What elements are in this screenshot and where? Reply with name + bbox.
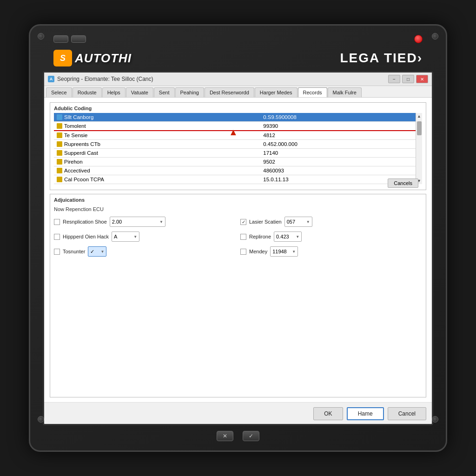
table-row[interactable]: Accectived 4860093 [54, 166, 416, 175]
row-name: Tomolent [64, 123, 86, 129]
row-name: Sllt Canborg [64, 114, 93, 120]
row-name: Te Sensie [64, 132, 88, 138]
row-value: 9502 [260, 158, 416, 166]
tab-malk-fulre[interactable]: Malk Fulre [328, 87, 362, 97]
red-indicator [414, 35, 423, 43]
checkbox-replirone[interactable] [240, 234, 246, 240]
row-icon-yellow [57, 177, 62, 182]
minimize-button[interactable]: − [388, 75, 400, 83]
device-frame: S AUTOTHI LEGA TIED› A Seopring - Eloman… [29, 24, 447, 452]
chevron-down-icon: ▼ [292, 250, 296, 254]
screw-tl [38, 33, 44, 40]
checkbox-lasier[interactable] [240, 219, 246, 225]
chevron-down-icon: ▼ [296, 235, 299, 239]
title-left: A Seopring - Elomante: Tee Silloc (Canc) [48, 76, 153, 82]
dropdown-replirone[interactable]: 0.423 ▼ [274, 231, 302, 242]
check-button[interactable]: ✓ [243, 431, 259, 441]
adj-left-2: Hippperd Oien Hack A ▼ [54, 231, 236, 242]
table-wrapper: ▲ Sllt Canborg 0.S9.5900008 [54, 113, 422, 184]
cancel-button[interactable]: Cancel [388, 407, 426, 420]
tab-roduste[interactable]: Roduste [73, 87, 102, 97]
tab-records[interactable]: Records [298, 87, 327, 97]
close-button[interactable]: ✕ [416, 75, 428, 83]
row-icon-blue [57, 114, 62, 120]
table-row[interactable]: Te Sensie 4812 [54, 131, 416, 140]
table-row[interactable]: Sllt Canborg 0.S9.5900008 [54, 113, 416, 122]
dropdown-lasier[interactable]: 057 ▼ [284, 217, 312, 227]
tab-sent[interactable]: Sent [154, 87, 175, 97]
maximize-button[interactable]: □ [402, 75, 414, 83]
cancels-button[interactable]: Cancels [388, 178, 418, 188]
dropdown-resnplication[interactable]: 2.00 ▼ [110, 217, 165, 227]
logo-icon: S [53, 50, 72, 66]
dropdown-tosnunter-inner[interactable]: ✓ ▼ [88, 246, 106, 257]
top-btn-1[interactable] [53, 35, 68, 43]
resnplication-label: Resnplication Shoe [63, 219, 107, 225]
checkbox-mendey[interactable] [240, 249, 246, 255]
dropdown-mendey-value: 11948 [272, 249, 287, 254]
tab-vatuate[interactable]: Vatuate [126, 87, 153, 97]
dropdown-tosnunter-value: ✓ [90, 249, 94, 255]
title-icon: A [48, 76, 54, 82]
row-name: Supperdi Cast [64, 150, 98, 156]
tab-dest-reserwordd[interactable]: Dest Reserwordd [205, 87, 254, 97]
adj-row-2: Hippperd Oien Hack A ▼ Replirone 0.423 ▼ [54, 231, 422, 242]
scroll-thumb[interactable] [417, 121, 422, 135]
dropdown-hippperd-value: A [114, 234, 117, 239]
table-row[interactable]: Cal Pcoon TCPA 15.0.11.13 [54, 175, 416, 184]
checkbox-resnplication[interactable] [54, 219, 60, 225]
row-icon-yellow [57, 150, 62, 156]
row-value: 99390 [260, 122, 416, 131]
checkbox-hippperd[interactable] [54, 234, 60, 240]
adj-left-1: Resnplication Shoe 2.00 ▼ [54, 217, 236, 227]
dropdown-hippperd[interactable]: A ▼ [112, 231, 139, 242]
dropdown-lasier-value: 057 [287, 219, 295, 225]
chevron-down-icon: ▼ [306, 220, 310, 224]
adj-row-1: Resnplication Shoe 2.00 ▼ Lasier Scatien… [54, 217, 422, 227]
row-value: 4812 [260, 131, 416, 140]
adjuications-subtitle: Now Repenction ECU [54, 206, 422, 212]
row-icon-yellow [57, 159, 62, 165]
dropdown-mendey[interactable]: 11948 ▼ [270, 246, 298, 257]
coding-group-label: Adublic Coding [54, 106, 422, 111]
tab-peahing[interactable]: Peahing [175, 87, 204, 97]
replirone-label: Replirone [249, 234, 271, 239]
top-buttons-left [53, 35, 86, 43]
chevron-down-icon: ▼ [133, 235, 137, 239]
row-icon-yellow [57, 168, 62, 173]
scrollbar-vertical[interactable]: ▲ ▼ [416, 113, 422, 184]
table-row[interactable]: Supperdi Cast 17140 [54, 149, 416, 158]
table-row[interactable]: Tomolent 99390 [54, 122, 416, 131]
screw-tr [432, 33, 438, 40]
row-icon-yellow [57, 132, 62, 138]
main-content: Adublic Coding ▲ Sllt Canborg [44, 98, 432, 402]
home-button[interactable]: Hame [347, 407, 384, 420]
logo-text: AUTOTHI [75, 51, 132, 66]
tab-harger-medes[interactable]: Harger Medes [255, 87, 298, 97]
table-row[interactable]: Rupreents CTb 0.452.000.000 [54, 140, 416, 149]
top-btn-2[interactable] [71, 35, 86, 43]
row-name: Pirehon [64, 159, 83, 165]
row-name: Accectived [64, 168, 90, 173]
row-value: 0.452.000.000 [260, 140, 416, 149]
device-bottom: ✕ ✓ [217, 431, 259, 441]
tab-helps[interactable]: Helps [102, 87, 126, 97]
table-row[interactable]: Pirehon 9502 [54, 158, 416, 166]
dropdown-resnplication-value: 2.00 [112, 219, 122, 225]
x-button[interactable]: ✕ [217, 431, 233, 441]
row-icon-yellow [57, 141, 62, 147]
adj-right-2: Replirone 0.423 ▼ [240, 231, 422, 242]
data-table: Sllt Canborg 0.S9.5900008 Tomolent [54, 113, 416, 184]
tosnunter-label: Tosnunter [63, 249, 85, 254]
adjuications-section: Adjuications Now Repenction ECU Resnplic… [50, 194, 426, 397]
tab-selece[interactable]: Selece [46, 87, 72, 97]
row-value: 4860093 [260, 166, 416, 175]
adjuications-title: Adjuications [54, 197, 422, 203]
scroll-up-arrow[interactable]: ▲ [416, 113, 422, 119]
brand-right: LEGA TIED› [340, 51, 423, 66]
ok-button[interactable]: OK [313, 407, 343, 420]
adj-left-3: Tosnunter ✓ ▼ [54, 246, 236, 257]
menu-tabs: Selece Roduste Helps Vatuate Sent Peahin… [44, 86, 432, 98]
checkbox-tosnunter[interactable] [54, 249, 60, 255]
dropdown-replirone-value: 0.423 [276, 234, 289, 239]
